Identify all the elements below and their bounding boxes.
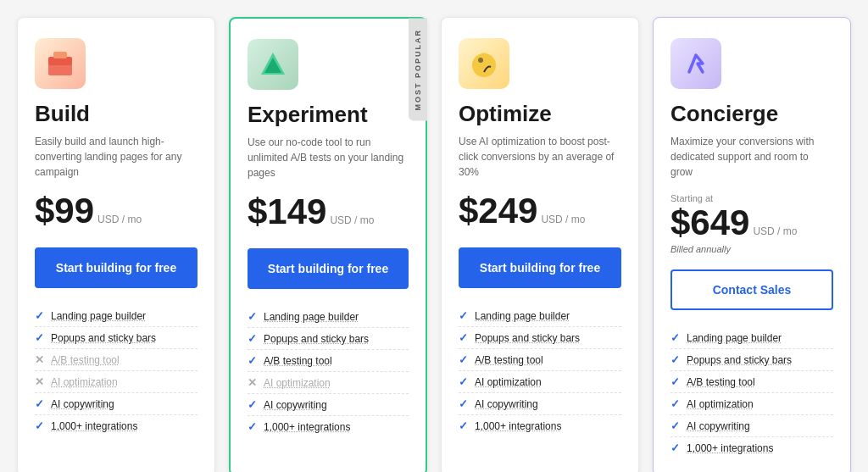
plan-icon-experiment	[248, 39, 298, 90]
feature-item: ✓ AI optimization	[670, 393, 833, 415]
plan-desc-experiment: Use our no-code tool to run unlimited A/…	[248, 135, 409, 180]
plan-price-row-experiment: $149 USD / mo	[248, 194, 409, 230]
feature-check-icon: ✓	[670, 397, 680, 410]
feature-item: ✓ AI copywriting	[35, 393, 198, 415]
feature-item: ✓ Landing page builder	[459, 305, 621, 327]
feature-label: AI optimization	[687, 398, 754, 410]
feature-check-icon: ✓	[670, 441, 680, 454]
feature-label: AI copywriting	[51, 398, 114, 410]
svg-point-7	[481, 53, 487, 58]
feature-label: A/B testing tool	[51, 354, 120, 366]
plan-card-optimize: OptimizeUse AI optimization to boost pos…	[441, 17, 639, 472]
feature-item: ✕ AI optimization	[35, 371, 198, 393]
feature-label: AI optimization	[264, 377, 331, 389]
feature-item: ✓ AI copywriting	[670, 415, 833, 437]
svg-rect-2	[53, 52, 67, 58]
plan-desc-optimize: Use AI optimization to boost post-click …	[459, 134, 621, 180]
feature-item: ✓ Landing page builder	[35, 305, 198, 327]
feature-item: ✓ Popups and sticky bars	[248, 328, 409, 350]
cta-button-build[interactable]: Start building for free	[35, 247, 198, 288]
feature-x-icon: ✕	[248, 376, 257, 389]
svg-point-6	[478, 58, 483, 63]
features-list-experiment: ✓ Landing page builder ✓ Popups and stic…	[248, 306, 409, 437]
feature-item: ✓ AI optimization	[459, 371, 621, 393]
feature-item: ✓ A/B testing tool	[459, 349, 621, 371]
feature-label: Landing page builder	[51, 310, 146, 322]
feature-x-icon: ✕	[35, 375, 44, 388]
feature-check-icon: ✓	[35, 331, 44, 344]
feature-check-icon: ✓	[459, 353, 468, 366]
plan-icon-build	[35, 38, 86, 89]
plan-name-experiment: Experiment	[248, 102, 409, 128]
feature-item: ✓ Popups and sticky bars	[670, 349, 833, 371]
features-list-concierge: ✓ Landing page builder ✓ Popups and stic…	[670, 327, 833, 458]
feature-check-icon: ✓	[459, 309, 468, 322]
features-list-optimize: ✓ Landing page builder ✓ Popups and stic…	[459, 305, 621, 436]
feature-item: ✓ Popups and sticky bars	[459, 327, 621, 349]
cta-button-concierge[interactable]: Contact Sales	[670, 269, 833, 310]
plan-desc-build: Easily build and launch high-converting …	[35, 134, 198, 180]
feature-item: ✓ A/B testing tool	[670, 371, 833, 393]
cta-button-experiment[interactable]: Start building for free	[248, 248, 409, 289]
plan-price-row-concierge: $649 USD / mo	[670, 205, 833, 241]
price-suffix-build: USD / mo	[97, 214, 142, 225]
pricing-grid: BuildEasily build and launch high-conver…	[17, 17, 851, 472]
feature-check-icon: ✓	[248, 354, 257, 367]
plan-card-build: BuildEasily build and launch high-conver…	[17, 17, 215, 472]
feature-check-icon: ✓	[248, 420, 257, 433]
feature-check-icon: ✓	[459, 419, 468, 432]
feature-check-icon: ✓	[670, 419, 680, 432]
feature-check-icon: ✓	[459, 397, 468, 410]
feature-check-icon: ✓	[35, 419, 44, 432]
feature-item: ✕ A/B testing tool	[35, 349, 198, 371]
feature-check-icon: ✓	[670, 375, 680, 388]
feature-check-icon: ✓	[670, 353, 680, 366]
feature-label: Popups and sticky bars	[687, 354, 792, 366]
plan-card-concierge: ConciergeMaximize your conversions with …	[653, 17, 851, 472]
feature-x-icon: ✕	[35, 353, 44, 366]
feature-label: 1,000+ integrations	[264, 421, 350, 433]
feature-label: AI optimization	[475, 376, 542, 388]
feature-label: Popups and sticky bars	[51, 332, 156, 344]
feature-check-icon: ✓	[35, 309, 44, 322]
feature-item: ✓ Landing page builder	[248, 306, 409, 328]
most-popular-badge: Most Popular	[409, 19, 427, 121]
feature-item: ✓ AI copywriting	[248, 394, 409, 416]
feature-check-icon: ✓	[35, 397, 44, 410]
plan-desc-concierge: Maximize your conversions with dedicated…	[670, 134, 833, 180]
feature-item: ✓ Landing page builder	[670, 327, 833, 349]
feature-label: AI optimization	[51, 376, 118, 388]
feature-check-icon: ✓	[248, 398, 257, 411]
feature-label: AI copywriting	[475, 398, 538, 410]
plan-icon-optimize	[459, 38, 509, 89]
plan-card-experiment: Most PopularExperimentUse our no-code to…	[229, 17, 427, 472]
feature-label: AI copywriting	[687, 420, 750, 432]
feature-item: ✓ 1,000+ integrations	[459, 415, 621, 436]
plan-price-row-build: $99 USD / mo	[35, 193, 198, 229]
price-suffix-concierge: USD / mo	[753, 225, 797, 237]
cta-button-optimize[interactable]: Start building for free	[459, 247, 621, 288]
price-amount-experiment: $149	[248, 194, 326, 230]
feature-label: Popups and sticky bars	[475, 332, 580, 344]
features-list-build: ✓ Landing page builder ✓ Popups and stic…	[35, 305, 198, 436]
price-billed-concierge: Billed annually	[670, 244, 833, 254]
feature-label: 1,000+ integrations	[687, 442, 773, 454]
feature-label: A/B testing tool	[687, 376, 755, 388]
feature-item: ✓ 1,000+ integrations	[35, 415, 198, 436]
feature-item: ✓ 1,000+ integrations	[670, 437, 833, 458]
feature-check-icon: ✓	[459, 375, 468, 388]
feature-check-icon: ✓	[248, 310, 257, 323]
feature-label: 1,000+ integrations	[51, 420, 137, 432]
feature-label: Popups and sticky bars	[264, 333, 369, 345]
feature-check-icon: ✓	[670, 331, 680, 344]
feature-item: ✓ Popups and sticky bars	[35, 327, 198, 349]
price-amount-build: $99	[35, 193, 94, 229]
feature-label: AI copywriting	[264, 399, 327, 411]
plan-price-row-optimize: $249 USD / mo	[459, 193, 621, 229]
price-suffix-experiment: USD / mo	[330, 214, 374, 226]
price-amount-optimize: $249	[459, 193, 537, 229]
feature-check-icon: ✓	[459, 331, 468, 344]
feature-item: ✓ 1,000+ integrations	[248, 416, 409, 437]
price-amount-concierge: $649	[670, 205, 749, 241]
plan-name-concierge: Concierge	[670, 101, 833, 127]
